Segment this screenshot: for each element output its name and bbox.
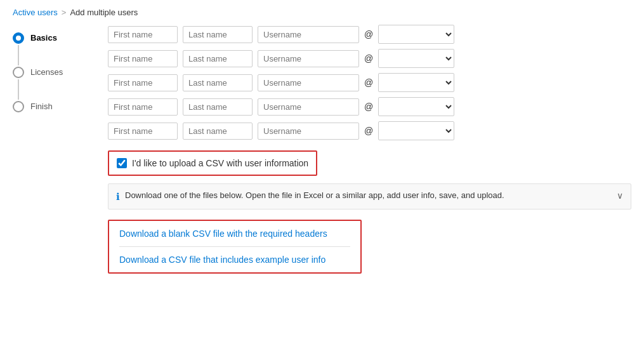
at-symbol-5: @ [364,126,373,136]
breadcrumb-separator: > [62,8,67,17]
info-box: ℹ Download one of the files below. Open … [108,183,631,209]
domain-select-2[interactable] [378,49,454,68]
sidebar: Basics Licenses Finish [0,22,102,333]
step-label-finish: Finish [30,101,53,112]
user-rows: @ @ @ [108,25,631,140]
csv-checkbox-label: I'd like to upload a CSV with user infor… [132,158,308,168]
sidebar-item-basics[interactable]: Basics [13,32,89,67]
domain-select-1[interactable] [378,25,454,44]
step-dot-licenses [13,67,24,78]
table-row: @ [108,73,631,92]
username-input-2[interactable] [258,50,359,67]
breadcrumb-active-users[interactable]: Active users [13,8,58,17]
at-symbol-4: @ [364,102,373,112]
username-input-3[interactable] [258,74,359,91]
lastname-input-5[interactable] [183,123,253,140]
download-blank-csv-link[interactable]: Download a blank CSV file with the requi… [109,221,360,246]
csv-upload-checkbox[interactable] [117,158,127,168]
breadcrumb: Active users > Add multiple users [0,0,644,22]
at-symbol-2: @ [364,53,373,63]
sidebar-item-finish[interactable]: Finish [13,101,89,112]
table-row: @ [108,121,631,140]
lastname-input-2[interactable] [183,50,253,67]
firstname-input-4[interactable] [108,98,178,116]
step-dot-basics [13,32,24,44]
at-symbol-1: @ [364,29,373,39]
domain-select-3[interactable] [378,73,454,92]
lastname-input-4[interactable] [183,98,253,116]
firstname-input-1[interactable] [108,26,178,43]
lastname-input-3[interactable] [183,74,253,91]
table-row: @ [108,97,631,116]
firstname-input-2[interactable] [108,50,178,67]
domain-select-5[interactable] [378,121,454,140]
sidebar-item-licenses[interactable]: Licenses [13,67,89,101]
table-row: @ [108,25,631,44]
username-input-4[interactable] [258,98,359,116]
content-area: @ @ @ [102,22,644,333]
at-symbol-3: @ [364,77,373,88]
download-example-csv-link[interactable]: Download a CSV file that includes exampl… [109,247,360,272]
csv-checkbox-section: I'd like to upload a CSV with user infor… [108,150,631,176]
download-section: Download a blank CSV file with the requi… [108,220,362,274]
step-dot-finish [13,101,24,112]
username-input-1[interactable] [258,26,359,43]
info-icon: ℹ [116,191,120,203]
csv-checkbox-wrapper[interactable]: I'd like to upload a CSV with user infor… [108,150,317,176]
domain-select-4[interactable] [378,97,454,116]
info-text: Download one of the files below. Open th… [125,190,612,200]
step-line-2 [18,79,19,100]
table-row: @ [108,49,631,68]
chevron-down-icon[interactable]: ∨ [617,190,623,201]
breadcrumb-current: Add multiple users [70,8,138,17]
firstname-input-3[interactable] [108,74,178,91]
lastname-input-1[interactable] [183,26,253,43]
step-label-basics: Basics [30,32,57,43]
step-label-licenses: Licenses [30,67,63,77]
firstname-input-5[interactable] [108,123,178,140]
step-line-1 [18,45,19,65]
username-input-5[interactable] [258,123,359,140]
